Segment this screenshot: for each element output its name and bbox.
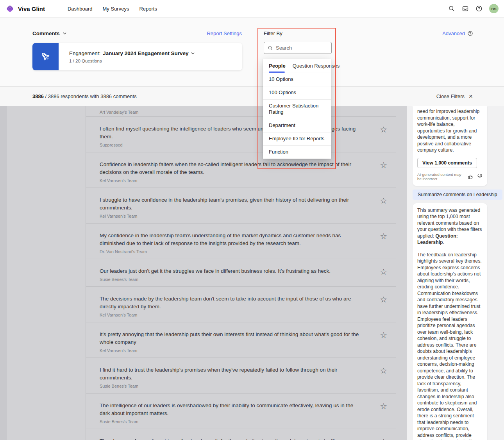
filter-search-input[interactable]: [276, 45, 328, 51]
thumb-up-icon[interactable]: [468, 173, 474, 179]
comment-team: Susie Benes's Team: [100, 419, 361, 424]
star-icon[interactable]: ☆: [380, 125, 387, 134]
tab-question-responses[interactable]: Question Responses: [293, 63, 340, 69]
brand-title: Viva Glint: [18, 5, 45, 12]
avatar[interactable]: BS: [489, 4, 499, 13]
nav-item-dashboard[interactable]: Dashboard: [68, 6, 93, 12]
report-header: Comments Report Settings: [0, 18, 504, 87]
comment-team: Kel Varnsen's Team: [100, 313, 361, 317]
comment-row: Our leaders just don't get it the strugg…: [86, 259, 396, 287]
comment-row: The absence of commitment to professiona…: [86, 429, 396, 440]
comment-row: I often find myself questioning the inte…: [86, 117, 396, 152]
summary-intro: This summary was generated using the top…: [417, 207, 483, 246]
nav-links: Dashboard My Surveys Reports: [68, 6, 157, 12]
summary-card-main: This summary was generated using the top…: [413, 203, 487, 440]
results-bar: 3886 / 3886 respondents with 3886 commen…: [0, 87, 504, 106]
summarize-leadership-chip[interactable]: Summarize comments on Leadership: [413, 190, 502, 200]
summary-body: The feedback on leadership highlights se…: [417, 252, 483, 440]
comment-team: Kel Varnsen's Team: [100, 348, 361, 353]
top-nav: Viva Glint Dashboard My Surveys Reports …: [0, 0, 504, 18]
thumb-down-icon[interactable]: [477, 173, 483, 179]
star-icon[interactable]: ☆: [380, 402, 387, 410]
report-settings-link[interactable]: Report Settings: [207, 30, 242, 36]
comment-row: Art Vandelay's Team ☆: [86, 106, 396, 117]
chevron-down-icon[interactable]: [191, 51, 195, 55]
chevron-down-icon: [63, 31, 67, 36]
copilot-summary-panel: need for improved leadership communicati…: [407, 106, 504, 440]
rocket-icon: [39, 50, 52, 63]
comment-row: Confidence in leadership falters when th…: [86, 152, 396, 188]
comment-team: Kel Varnsen's Team: [100, 214, 361, 218]
filter-search-box: [264, 42, 332, 54]
comment-team: Kel Varnsen's Team: [100, 178, 361, 183]
filter-option-100-options[interactable]: 100 Options: [263, 86, 331, 99]
filter-option-department[interactable]: Department: [263, 119, 331, 132]
survey-questions-count: 1 / 20 Questions: [69, 59, 195, 63]
star-icon[interactable]: ☆: [380, 197, 387, 205]
filter-by-title: Filter By: [264, 30, 282, 36]
brand: Viva Glint: [5, 4, 45, 13]
comment-row: My confidence in the leadership team's u…: [86, 224, 396, 259]
filter-tabs: People Question Responses: [263, 59, 331, 73]
comment-text: The absence of commitment to professiona…: [100, 437, 361, 440]
comment-text: Confidence in leadership falters when th…: [100, 161, 361, 176]
content-area: Art Vandelay's Team ☆ I often find mysel…: [0, 106, 504, 440]
star-icon[interactable]: ☆: [380, 161, 387, 169]
comment-list: Art Vandelay's Team ☆ I often find mysel…: [86, 106, 396, 440]
nav-item-reports[interactable]: Reports: [139, 6, 157, 12]
summary-intro-suffix: .: [443, 240, 444, 245]
comment-text: The intelligence of our leaders is overs…: [100, 402, 361, 417]
summary-top-text: need for improved leadership communicati…: [417, 108, 483, 154]
star-icon[interactable]: ☆: [380, 438, 387, 440]
survey-title-name: January 2024 Engagement Survey: [103, 50, 188, 56]
comment-text: The decisions made by the leadership tea…: [100, 295, 361, 311]
filter-dropdown: People Question Responses 10 Options 100…: [263, 59, 331, 159]
active-tab-underline: [269, 72, 285, 73]
ai-disclaimer: AI-generated content may be incorrect: [417, 172, 465, 181]
filter-option-customer-satisfaction-rating[interactable]: Customer Satisfaction Rating: [263, 99, 331, 119]
help-icon[interactable]: [475, 5, 483, 12]
star-icon[interactable]: ☆: [380, 331, 387, 339]
results-count-rest: / 3886 respondents with 3886 comments: [44, 93, 137, 99]
comments-dropdown[interactable]: Comments: [32, 30, 67, 36]
search-icon: [268, 45, 273, 51]
inbox-icon[interactable]: [462, 5, 469, 12]
filter-option-function[interactable]: Function: [263, 145, 331, 159]
close-filters-label: Close Filters: [436, 93, 465, 99]
comment-row: The decisions made by the leadership tea…: [86, 287, 396, 322]
comment-text: I find it hard to trust the leadership's…: [100, 366, 361, 382]
comment-text: I struggle to have confidence in the lea…: [100, 196, 361, 212]
filter-option-10-options[interactable]: 10 Options: [263, 73, 331, 86]
comment-row: The intelligence of our leaders is overs…: [86, 393, 396, 429]
advanced-link[interactable]: Advanced: [442, 30, 473, 36]
advanced-label: Advanced: [442, 30, 465, 36]
star-icon[interactable]: ☆: [380, 232, 387, 240]
survey-selector-card[interactable]: Engagement: January 2024 Engagement Surv…: [32, 43, 242, 70]
view-comments-button[interactable]: View 1,000 comments: [417, 158, 477, 168]
summary-card-top: need for improved leadership communicati…: [413, 106, 487, 186]
comment-team: Dr. Van Nostrand's Team: [100, 249, 361, 254]
comments-label: Comments: [32, 30, 60, 36]
left-rail: [0, 106, 7, 440]
comment-row: It's pretty annoying that the leadership…: [86, 322, 396, 358]
survey-tile: [32, 43, 59, 70]
comment-text: It's pretty annoying that the leadership…: [100, 331, 361, 346]
comment-row: I find it hard to trust the leadership's…: [86, 358, 396, 393]
search-icon[interactable]: [448, 5, 455, 12]
close-filters-button[interactable]: Close Filters ×: [436, 93, 473, 100]
star-icon[interactable]: ☆: [380, 295, 387, 304]
filter-option-employee-id-for-reports[interactable]: Employee ID for Reports: [263, 132, 331, 145]
results-count: 3886 / 3886 respondents with 3886 commen…: [32, 93, 137, 99]
survey-title-prefix: Engagement:: [69, 50, 100, 56]
tab-people[interactable]: People: [269, 63, 286, 69]
viva-glint-logo-icon: [5, 4, 14, 13]
comment-text: My confidence in the leadership team's u…: [100, 232, 361, 247]
star-icon[interactable]: ☆: [380, 268, 387, 276]
results-count-current: 3886: [32, 93, 44, 99]
comment-text: Our leaders just don't get it the strugg…: [100, 267, 361, 275]
comment-row: I struggle to have confidence in the lea…: [86, 188, 396, 224]
help-circle-icon[interactable]: [467, 30, 473, 36]
comment-team: Susie Benes's Team: [100, 277, 361, 282]
star-icon[interactable]: ☆: [380, 367, 387, 375]
nav-item-my-surveys[interactable]: My Surveys: [103, 6, 129, 12]
